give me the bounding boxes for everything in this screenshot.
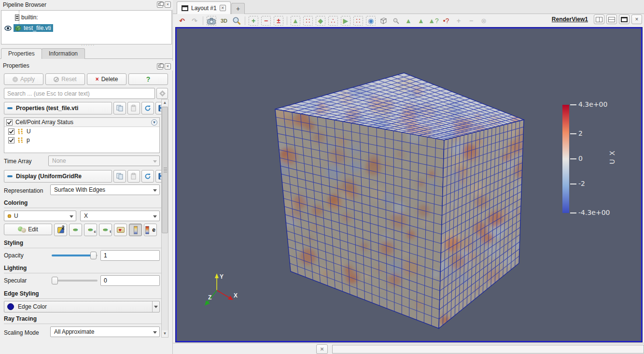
pipeline-item-builtin[interactable]: builtin: [15, 14, 38, 21]
array-row[interactable]: U [4, 127, 159, 136]
zoom-box-out-button[interactable]: − [260, 15, 272, 27]
coloring-section-header: Coloring [4, 199, 168, 208]
maximize-view-button[interactable] [619, 14, 630, 24]
split-horizontal-button[interactable] [594, 14, 604, 24]
shrink-selection-button[interactable]: − [465, 15, 477, 27]
close-dock-icon[interactable]: × [165, 63, 171, 70]
redo-camera-button[interactable]: ↷ [189, 15, 200, 27]
specular-value-field[interactable] [100, 275, 160, 286]
representation-combobox[interactable]: Surface With Edges [50, 184, 160, 195]
rescale-to-temporal-range-button[interactable]: ⇹t [99, 224, 112, 236]
array-row[interactable]: p [4, 136, 159, 144]
tab-properties[interactable]: Properties [1, 48, 42, 59]
source-section-title-box[interactable]: Properties (test_file.vti [4, 102, 112, 114]
zoom-box-in-button[interactable]: + [248, 15, 259, 27]
search-input[interactable] [4, 88, 155, 99]
interactive-select-points-button[interactable]: ▲ [415, 15, 427, 27]
array-header-dropdown-icon[interactable]: ▼ [151, 119, 157, 126]
select-cells-on-button[interactable]: ▲ [290, 15, 301, 27]
pipeline-item-source[interactable]: test_file.vti [14, 24, 53, 32]
scroll-down-icon[interactable]: ▼ [162, 330, 168, 337]
action-button-row: Apply Reset × Delete ? [4, 73, 168, 85]
restore-display-defaults-button[interactable] [141, 170, 154, 183]
toggle-color-legend-button[interactable] [129, 224, 142, 236]
new-layout-tab[interactable]: + [231, 3, 245, 14]
point-array-dots-icon [17, 128, 24, 134]
opacity-value-field[interactable] [100, 250, 160, 261]
color-legend[interactable]: 4.3e+0020-2-4.3e+00 U X [562, 105, 644, 213]
capture-screenshot-button[interactable] [206, 15, 217, 27]
delete-button[interactable]: × Delete [87, 73, 126, 85]
tab-layout-1[interactable]: Layout #1 × [177, 1, 231, 14]
colormap-2d-button[interactable]: 2 [54, 224, 67, 236]
clear-selection-button[interactable]: ⊗ [478, 15, 490, 27]
hover-points-button[interactable] [390, 15, 402, 27]
search-options-button[interactable] [156, 88, 168, 99]
scroll-up-icon[interactable]: ▲ [162, 99, 168, 106]
copy-properties-button[interactable] [113, 102, 126, 114]
undo-camera-button[interactable]: ↶ [176, 15, 188, 27]
array-row-label: p [27, 137, 30, 143]
edge-color-button[interactable]: Edge Color [4, 301, 160, 312]
scaling-mode-combobox[interactable]: All Approximate [50, 326, 160, 337]
apply-button[interactable]: Apply [4, 73, 43, 85]
display-section-title-box[interactable]: Display (UniformGridRe [4, 170, 112, 183]
specular-slider[interactable] [52, 275, 98, 286]
apply-gear-icon [13, 77, 18, 82]
split-horizontal-icon [596, 17, 602, 22]
properties-scrollbar[interactable]: ▲ ▼ [161, 99, 168, 338]
hover-cells-button[interactable]: ▲ [403, 15, 414, 27]
choose-preset-button[interactable]: ♥ [114, 224, 127, 236]
rescale-to-data-range-button[interactable]: ⇹ [69, 224, 82, 236]
color-component-combobox[interactable]: X [80, 211, 160, 221]
splitter-handle[interactable]: ⋅⋅⋅⋅⋅⋅ [81, 45, 93, 47]
copy-display-button[interactable] [113, 170, 126, 183]
pipeline-item-label: test_file.vti [24, 25, 51, 31]
gear-icon [159, 90, 166, 97]
checkbox-checked-icon[interactable] [8, 128, 14, 135]
toolbar-separator [287, 16, 287, 25]
grow-selection-button[interactable]: + [453, 15, 464, 27]
color-array-combobox[interactable]: U [4, 211, 76, 221]
close-view-button[interactable]: × [631, 14, 642, 24]
edge-color-dropdown[interactable] [152, 301, 159, 312]
paste-properties-button[interactable] [127, 102, 140, 114]
float-dock-icon[interactable] [157, 63, 163, 70]
float-dock-icon[interactable] [157, 1, 163, 8]
zoom-to-data-button[interactable] [231, 15, 242, 27]
checkbox-checked-icon[interactable] [8, 137, 14, 143]
query-cells-button[interactable]: ▲? [428, 15, 439, 27]
select-frustum-button[interactable] [378, 15, 389, 27]
opacity-slider[interactable] [52, 250, 98, 261]
close-tab-icon[interactable]: × [220, 5, 226, 11]
edit-color-legend-button[interactable]: e [144, 224, 157, 236]
checkbox-checked-icon[interactable] [6, 119, 13, 126]
visibility-eye-icon[interactable] [4, 26, 12, 31]
time-array-combobox[interactable]: None [48, 156, 160, 166]
select-points-through-button[interactable]: ∷ [352, 15, 364, 27]
split-vertical-button[interactable] [606, 14, 617, 24]
abort-progress-button[interactable]: × [316, 344, 328, 354]
select-cells-through-button[interactable]: ▶ [340, 15, 351, 27]
view-title[interactable]: RenderView1 [552, 16, 588, 23]
render-viewport[interactable]: 4.3e+0020-2-4.3e+00 U X Y X Z [176, 28, 642, 342]
edit-color-map-button[interactable]: Edit [4, 224, 52, 235]
refresh-icon [144, 105, 151, 112]
zoom-box-mixed-button[interactable]: ± [273, 15, 284, 27]
toggle-3d-button[interactable]: 3D [218, 15, 230, 27]
reset-button[interactable]: Reset [45, 73, 85, 85]
point-array-dot-icon [8, 214, 11, 218]
close-dock-icon[interactable]: × [165, 1, 171, 8]
restore-defaults-button[interactable] [141, 102, 154, 114]
interactive-select-cells-button[interactable]: ◉ [365, 15, 377, 27]
select-cells-polygon-button[interactable]: ◆ [315, 15, 326, 27]
paste-display-button[interactable] [127, 170, 140, 183]
select-points-polygon-button[interactable]: ∴ [327, 15, 339, 27]
array-status-header[interactable]: Cell/Point Array Status ▼ [4, 118, 159, 127]
scrollbar-thumb[interactable] [162, 107, 168, 233]
query-points-button[interactable]: •? [440, 15, 452, 27]
help-button[interactable]: ? [128, 73, 168, 85]
rescale-to-custom-range-button[interactable]: ⇹c [84, 224, 97, 236]
select-points-on-button[interactable]: ∷ [302, 15, 314, 27]
tab-information[interactable]: Information [42, 48, 85, 59]
